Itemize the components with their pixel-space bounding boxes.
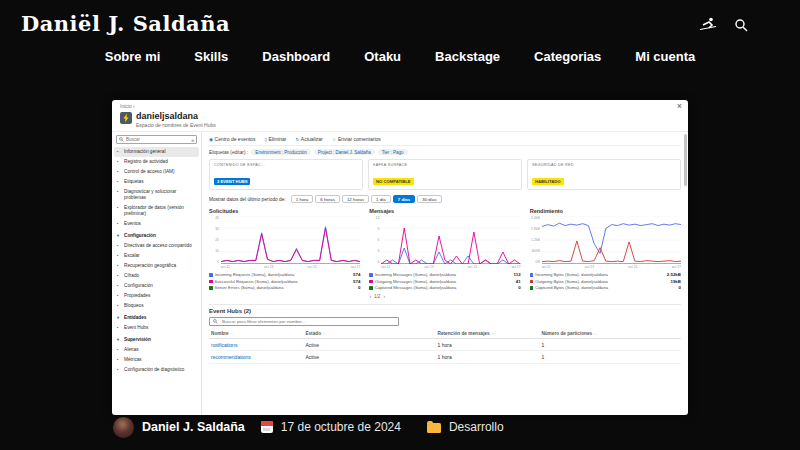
- hub-name-link[interactable]: notifications: [209, 339, 303, 351]
- namespace-titles: danieljsaldana Espacio de nombres de Eve…: [136, 111, 216, 128]
- column-header[interactable]: Número de particiones ↑↓: [539, 329, 681, 339]
- chart-pager: ‹ 1/2 ›: [369, 294, 681, 299]
- nav-item[interactable]: Backstage: [435, 49, 500, 64]
- command-button[interactable]: ◉ Centro de eventos: [209, 136, 255, 142]
- nav-item[interactable]: Dashboard: [262, 49, 330, 64]
- y-tick: 20: [209, 238, 219, 242]
- sidebar-item[interactable]: ▪ Etiquetas: [114, 177, 199, 187]
- sidebar-item[interactable]: ▪ Registro de actividad: [114, 157, 199, 167]
- hub-retention: 1 hora: [436, 351, 540, 363]
- sidebar-item[interactable]: ▾ Entidades: [114, 313, 199, 323]
- y-axis-labels: 403020100: [209, 216, 219, 264]
- timerange-option[interactable]: 6 horas: [315, 195, 340, 203]
- command-button[interactable]: ▯ Eliminar: [264, 136, 286, 142]
- sidebar-item-icon: ▪: [117, 205, 122, 210]
- sidebar-item[interactable]: ▾ Supervisión: [114, 335, 199, 345]
- y-tick: 30: [209, 227, 219, 231]
- legend-swatch: [369, 273, 373, 277]
- author-avatar: [113, 417, 134, 438]
- sidebar-item[interactable]: ▪ Control de acceso (IAM): [114, 167, 199, 177]
- chart-legend: Incoming Messages (Suma), danieljsaldana…: [369, 272, 520, 292]
- x-tick: oct 11: [542, 265, 551, 269]
- pager-next-icon[interactable]: ›: [383, 294, 385, 299]
- post-category[interactable]: Desarrollo: [449, 420, 504, 434]
- breadcrumb[interactable]: Inicio ›: [112, 100, 688, 109]
- sidebar-item[interactable]: ▪ Directivas de acceso compartido: [114, 240, 199, 250]
- sidebar-item[interactable]: ▪ Event Hubs: [114, 323, 199, 333]
- sidebar-item[interactable]: ▪ Escalar: [114, 250, 199, 260]
- timerange-option[interactable]: 7 días: [393, 195, 415, 203]
- sidebar-item[interactable]: ▾ Configuración: [114, 230, 199, 240]
- legend-item: Outgoing Messages (Suma), danieljsaldana…: [369, 278, 520, 285]
- nav-item[interactable]: Categorias: [534, 49, 601, 64]
- namespace-title: danieljsaldana: [136, 111, 216, 121]
- timerange-option[interactable]: 12 horas: [342, 195, 369, 203]
- close-icon[interactable]: ×: [677, 102, 682, 111]
- eventhubs-table: Nombre ↑↓ Estado ↑↓: [209, 329, 681, 363]
- sort-icon[interactable]: ↑↓: [230, 332, 233, 336]
- nav-item[interactable]: Sobre mi: [105, 49, 161, 64]
- snowboarder-icon[interactable]: [698, 17, 718, 32]
- sidebar-search-input[interactable]: [126, 137, 189, 142]
- collapse-sidebar-icon[interactable]: «: [191, 137, 194, 143]
- timerange-option[interactable]: 30 días: [417, 195, 441, 203]
- folder-icon: [427, 423, 441, 433]
- sidebar-item[interactable]: ▪ Configuración: [114, 280, 199, 290]
- sort-icon[interactable]: ↑↓: [491, 332, 494, 336]
- nav-item[interactable]: Mi cuenta: [635, 49, 695, 64]
- sidebar-item[interactable]: ▪ Recuperación geográfica: [114, 260, 199, 270]
- command-button[interactable]: ☺ Enviar comentarios: [332, 136, 381, 142]
- column-header[interactable]: Retención de mensajes ↑↓: [436, 329, 540, 339]
- scrollbar[interactable]: [684, 134, 687, 186]
- search-icon[interactable]: [734, 18, 748, 32]
- legend-item: Incoming Requests (Suma), danieljsaldana…: [209, 272, 360, 279]
- column-header[interactable]: Estado ↑↓: [303, 329, 435, 339]
- sidebar-item-label: Configuración: [124, 283, 196, 289]
- nav-item[interactable]: Skills: [194, 49, 228, 64]
- table-row[interactable]: recommendations Active 1 hora 1: [209, 351, 681, 363]
- sidebar-item[interactable]: ▪ Métricas: [114, 355, 199, 365]
- sidebar-item[interactable]: ▪ Bloqueos: [114, 301, 199, 311]
- timerange-option[interactable]: 1 día: [371, 195, 391, 203]
- command-button[interactable]: ↻ Actualizar: [295, 136, 322, 142]
- sidebar-item-icon: ▾: [117, 233, 122, 238]
- sidebar-item[interactable]: ▪ Explorador de datos (versión prelimina…: [114, 203, 199, 219]
- x-tick: oct 17: [511, 265, 520, 269]
- pager-prev-icon[interactable]: ‹: [369, 294, 371, 299]
- tag-chip[interactable]: Project : Daniel J. Saldaña: [314, 149, 375, 155]
- site-logo[interactable]: Daniël J. Saldaña: [21, 11, 230, 36]
- x-tick: oct 13: [264, 265, 273, 269]
- sidebar-item[interactable]: ▪ Diagnosticar y solucionar problemas: [114, 187, 199, 203]
- tag-chip[interactable]: Environment : Producción: [251, 149, 311, 155]
- sort-icon[interactable]: ↑↓: [593, 332, 596, 336]
- nav-item[interactable]: Otaku: [364, 49, 401, 64]
- legend-item: Successful Requests (Suma), danieljsalda…: [209, 278, 360, 285]
- legend-value: 574: [353, 272, 360, 277]
- sidebar-item[interactable]: ▪ Alertas: [114, 345, 199, 355]
- command-icon: ↻: [295, 137, 299, 142]
- sidebar-item-label: Explorador de datos (versión preliminar): [124, 205, 196, 216]
- sidebar-item-label: Event Hubs: [124, 325, 196, 331]
- legend-item: Captured Messages (Suma), danieljsaldana…: [369, 285, 520, 292]
- sidebar-item[interactable]: ▪ Propiedades: [114, 290, 199, 300]
- hub-name-link[interactable]: recommendations: [209, 351, 303, 363]
- chart-legend: Incoming Requests (Suma), danieljsaldana…: [209, 272, 360, 292]
- sidebar-item-label: Diagnosticar y solucionar problemas: [124, 189, 196, 200]
- table-row[interactable]: notifications Active 1 hora 1: [209, 339, 681, 351]
- sidebar-item-icon: ▪: [117, 293, 122, 298]
- eventhubs-filter-input[interactable]: [220, 318, 395, 325]
- sidebar-item[interactable]: ▪ Cifrado: [114, 270, 199, 280]
- timerange-option[interactable]: 1 hora: [291, 195, 313, 203]
- column-label: Retención de mensajes: [438, 331, 490, 336]
- sidebar-search: «: [116, 135, 197, 144]
- sort-icon[interactable]: ↑↓: [322, 332, 325, 336]
- author-name[interactable]: Daniel J. Saldaña: [142, 420, 245, 434]
- post-meta: Daniel J. Saldaña 17 de octubre de 2024 …: [113, 415, 504, 439]
- sidebar-item[interactable]: ▪ Configuración de diagnóstico: [114, 365, 199, 375]
- legend-name: Successful Requests (Suma), danieljsalda…: [215, 279, 351, 284]
- tag-chip[interactable]: Tier : Pago: [378, 149, 408, 155]
- sidebar-item[interactable]: ▪ Información general: [114, 147, 199, 157]
- status-badge: HABILITADO: [532, 178, 564, 185]
- column-header[interactable]: Nombre ↑↓: [209, 329, 303, 339]
- sidebar-item[interactable]: ▪ Eventos: [114, 218, 199, 228]
